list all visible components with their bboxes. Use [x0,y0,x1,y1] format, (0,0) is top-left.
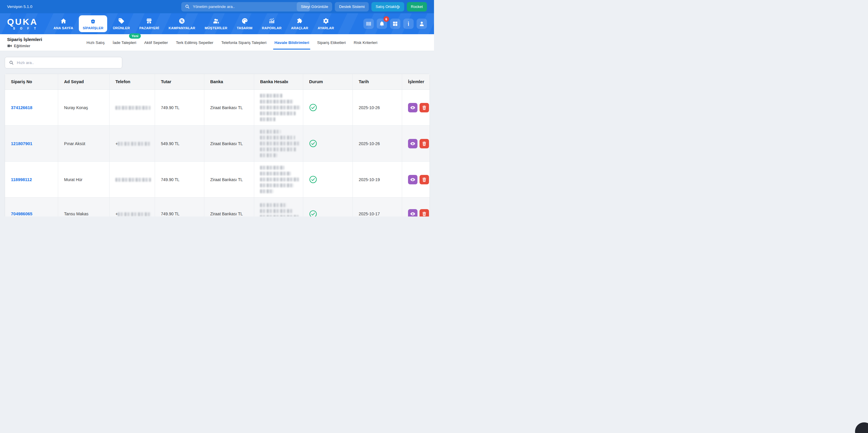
col-phone: Telefon [110,74,155,90]
order-tabs: Hızlı Satış İade Talepleri Yeni Aktif Se… [87,40,377,45]
col-order-no: Sipariş No [5,74,58,90]
table-header-row: Sipariş No Ad Soyad Telefon Tutar Banka … [5,74,430,90]
delete-button[interactable] [420,139,429,148]
amount: 749.90 TL [155,162,204,198]
tab-havale-bildirimleri[interactable]: Havale Bildirimleri [274,40,309,45]
customer-name: Pınar Aksüt [58,126,110,162]
view-button[interactable] [408,175,417,185]
nav-item-label: AYARLAR [318,26,334,30]
col-bank: Banka [204,74,254,90]
barcode-button[interactable] [364,19,374,29]
tab-terk-edilmis-sepetler[interactable]: Terk Edilmiş Sepetler [176,40,213,45]
nav-item-pazaryeri[interactable]: PAZARYERİ [135,15,163,32]
topbar-actions: Siteyi Görüntüle Destek Sistemi Satış Or… [297,2,427,11]
profile-button[interactable] [416,19,427,29]
tab-label: İade Talepleri [113,40,136,45]
view-button[interactable] [408,139,417,148]
storefront-icon [146,18,152,24]
trainings-link[interactable]: Eğitimler [7,43,42,48]
tab-iade-talepleri[interactable]: İade Talepleri Yeni [113,40,136,45]
rocket-button[interactable]: Rocket [407,2,427,11]
nav-item-tasarim[interactable]: TASARIM [233,15,256,32]
view-button[interactable] [408,209,417,216]
top-bar: Versiyon 5.1.0 Siteyi Görüntüle Destek S… [0,0,434,13]
date: 2025-10-17 [353,198,402,216]
user-icon [419,21,425,27]
trash-icon [422,141,427,146]
bank-name: Ziraat Bankası TL [204,162,254,198]
table-row: 374126618 Nuray Konaş 749.90 TL Ziraat B… [5,90,430,126]
users-icon [213,18,219,24]
nav-item-urunler[interactable]: ÜRÜNLER [109,15,134,32]
col-amount: Tutar [155,74,204,90]
nav-item-kampanyalar[interactable]: KAMPANYALAR [165,15,199,32]
tab-hizli-satis[interactable]: Hızlı Satış [87,40,105,45]
customer-name: Murat Hür [58,162,110,198]
redacted-bank-account [260,90,303,125]
logo[interactable]: QUKA S O F T [7,18,38,30]
redacted-bank-account [260,162,303,197]
eye-icon [410,105,415,110]
redacted-phone [118,142,150,146]
customer-name: Tansu Makas [58,198,110,216]
delete-button[interactable] [420,103,429,112]
notifications-button[interactable]: 6 [377,19,387,29]
search-icon [9,60,14,65]
order-number-link[interactable]: 704986065 [11,211,32,216]
view-button[interactable] [408,103,417,112]
nav-item-siparisler[interactable]: SİPARİŞLER [79,15,107,32]
logo-sub: S O F T [7,27,38,30]
support-system-button[interactable]: Destek Sistemi [335,2,369,11]
affiliate-button[interactable]: Satış Ortaklığı [371,2,404,11]
approved-check-icon [309,139,317,147]
quick-search[interactable] [5,57,122,68]
version-label: Versiyon 5.1.0 [7,4,32,9]
nav-item-label: ANA SAYFA [54,26,73,30]
content-area: Sipariş No Ad Soyad Telefon Tutar Banka … [0,51,434,216]
trainings-label: Eğitimler [14,44,30,48]
search-icon [185,4,190,9]
info-icon [406,21,411,27]
trash-icon [422,105,427,110]
nav-item-ayarlar[interactable]: AYARLAR [314,15,338,32]
nav-items: ANA SAYFA SİPARİŞLER ÜRÜNLER PAZARYERİ [50,15,338,32]
video-camera-icon [7,43,12,48]
col-status: Durum [303,74,353,90]
nav-item-ana-sayfa[interactable]: ANA SAYFA [50,15,77,32]
col-bank-account: Banka Hesabı [254,74,303,90]
tab-telefonla-siparis-talepleri[interactable]: Telefonla Sipariş Talepleri [221,40,267,45]
phone-prefix: + [116,211,118,216]
order-number-link[interactable]: 118998112 [11,177,32,182]
basket-icon [90,18,96,24]
tab-siparis-etiketleri[interactable]: Sipariş Etiketleri [317,40,346,45]
tab-aktif-sepetler[interactable]: Aktif Sepetler [144,40,168,45]
chart-icon [268,18,275,24]
nav-item-raporlar[interactable]: RAPORLAR [258,15,285,32]
delete-button[interactable] [420,175,429,185]
col-name: Ad Soyad [58,74,110,90]
table-row: 121807901 Pınar Aksüt + 549.90 TL Ziraat… [5,126,430,162]
order-number-link[interactable]: 121807901 [11,141,32,146]
row-actions [408,103,430,112]
global-search[interactable] [181,2,310,11]
tab-risk-kriterleri[interactable]: Risk Kriterleri [354,40,377,45]
puzzle-icon [297,18,303,24]
date: 2025-10-26 [353,90,402,126]
amount: 549.90 TL [155,126,204,162]
transfer-notifications-table: Sipariş No Ad Soyad Telefon Tutar Banka … [5,74,430,216]
apps-grid-button[interactable] [390,19,400,29]
bank-name: Ziraat Bankası TL [204,198,254,216]
global-search-input[interactable] [193,4,306,9]
info-button[interactable] [403,19,414,29]
nav-item-araclar[interactable]: ARAÇLAR [287,15,312,32]
table-row: 704986065 Tansu Makas + 749.90 TL Ziraat… [5,198,430,216]
order-number-link[interactable]: 374126618 [11,105,32,110]
nav-item-label: RAPORLAR [262,26,282,30]
nav-item-musteriler[interactable]: MÜŞTERİLER [201,15,231,32]
approved-check-icon [309,103,317,111]
trash-icon [422,177,427,182]
delete-button[interactable] [420,209,429,216]
bank-name: Ziraat Bankası TL [204,126,254,162]
quick-search-input[interactable] [17,61,118,65]
nav-item-label: SİPARİŞLER [83,26,103,30]
